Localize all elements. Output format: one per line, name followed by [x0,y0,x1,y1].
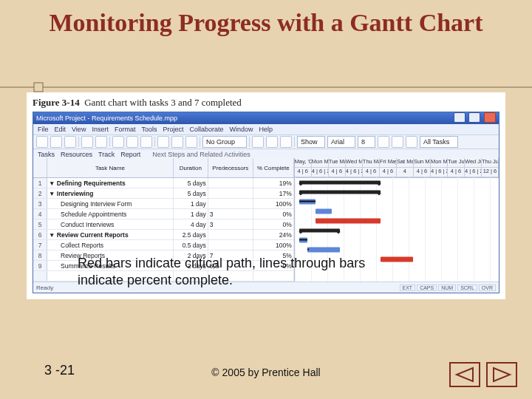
col-indicator [33,158,47,177]
table-row[interactable]: 2▼ Interviewing5 days17% [33,188,294,199]
col-task-name: Task Name [47,158,174,177]
font-combo[interactable]: Arial [327,136,355,148]
menu-window[interactable]: Window [229,126,253,133]
paste-icon[interactable] [140,136,152,148]
table-row[interactable]: 1▼ Defining Requirements5 days19% [33,178,294,188]
timescale: May, '05Mon May, '06Tue May, '07Wed May,… [295,158,499,178]
next-button[interactable] [486,362,517,387]
window-controls [452,112,496,124]
status-caps: CAPS [417,284,437,291]
minimize-icon[interactable] [454,112,466,123]
menu-bar: FileEditViewInsertFormatToolsProjectColl… [33,124,499,135]
unlink-icon[interactable] [185,136,197,148]
zoom-out-icon[interactable] [252,136,264,148]
menu-view[interactable]: View [72,126,86,133]
view-bar-extra: Next Steps and Related Activities [152,151,250,158]
viewbar-resources[interactable]: Resources [61,151,92,158]
svg-marker-3 [494,368,510,381]
menu-insert[interactable]: Insert [92,126,109,133]
viewbar-report[interactable]: Report [120,151,140,158]
window-titlebar: Microsoft Project - Requirements Schedul… [33,112,499,124]
gantt-bar-task-8[interactable] [307,247,340,252]
triangle-left-icon [454,366,476,383]
gantt-bar-task-5[interactable] [316,218,381,223]
maximize-icon[interactable] [468,112,480,123]
menu-tools[interactable]: Tools [141,126,157,133]
menu-file[interactable]: File [38,126,49,133]
menu-edit[interactable]: Edit [55,126,66,133]
status-ext: EXT [400,284,416,291]
table-row[interactable]: 6▼ Review Current Reports2.5 days24% [33,230,294,240]
status-ovr: OVR [479,284,496,291]
close-icon[interactable] [484,112,496,123]
prev-button[interactable] [449,362,480,387]
viewbar-tasks[interactable]: Tasks [38,151,55,158]
undo-icon[interactable] [157,136,169,148]
open-icon[interactable] [50,136,62,148]
figure-label: Figure 3-14 [33,97,80,108]
gantt-bar-task-6[interactable] [299,228,340,232]
gantt-bar-task-1[interactable] [299,180,381,184]
underline-icon[interactable] [406,136,417,148]
copy-icon[interactable] [126,136,138,148]
table-row[interactable]: 4Schedule Appointments1 day30% [33,209,294,219]
col-pct-complete: % Complete [253,158,294,177]
slide-title: Monitoring Progress with a Gantt Chart [30,9,502,36]
slide: Monitoring Progress with a Gantt Chart F… [0,0,532,399]
new-icon[interactable] [36,136,48,148]
fontsize-combo[interactable]: 8 [358,136,375,148]
zoom-in-icon[interactable] [266,136,278,148]
gantt-bar-task-3[interactable] [299,199,316,204]
status-num: NUM [438,284,456,291]
status-scrl: SCRL [457,284,477,291]
show-combo[interactable]: Show [297,136,325,148]
print-preview-icon[interactable] [95,136,107,148]
cut-icon[interactable] [112,136,124,148]
save-icon[interactable] [64,136,76,148]
annotation-text: Red bars indicate critical path, lines t… [78,255,395,288]
toolbar-standard: No Group Show Arial 8 All Tasks [33,135,499,149]
menu-help[interactable]: Help [259,126,273,133]
filter-combo[interactable]: All Tasks [420,136,458,148]
group-combo[interactable]: No Group [202,136,247,148]
figure-caption: Figure 3-14 Gantt chart with tasks 3 and… [27,92,505,112]
svg-rect-1 [34,83,43,92]
menu-collaborate[interactable]: Collaborate [189,126,223,133]
table-row[interactable]: 7Collect Reports0.5 days100% [33,240,294,250]
menu-project[interactable]: Project [163,126,183,133]
col-predecessors: Predecessors [208,158,253,177]
status-text: Ready [36,284,53,291]
window-title: Microsoft Project - Requirements Schedul… [36,115,177,122]
gantt-bar-task-2[interactable] [299,190,381,194]
nav-buttons [449,362,517,387]
gantt-bar-task-7[interactable] [299,237,307,242]
menu-format[interactable]: Format [115,126,136,133]
svg-marker-2 [457,368,473,381]
table-header: Task Name Duration Predecessors % Comple… [33,158,294,178]
table-row[interactable]: 3Designing Interview Form1 day100% [33,199,294,209]
figure-subcaption: Gantt chart with tasks 3 and 7 completed [84,97,242,108]
gantt-bar-task-4[interactable] [316,208,332,214]
viewbar-track[interactable]: Track [98,151,115,158]
col-duration: Duration [174,158,208,177]
goto-task-icon[interactable] [280,136,292,148]
italic-icon[interactable] [392,136,403,148]
bold-icon[interactable] [378,136,389,148]
link-icon[interactable] [171,136,183,148]
print-icon[interactable] [81,136,93,148]
triangle-right-icon [491,366,513,383]
table-row[interactable]: 5Conduct Interviews4 day30% [33,219,294,230]
